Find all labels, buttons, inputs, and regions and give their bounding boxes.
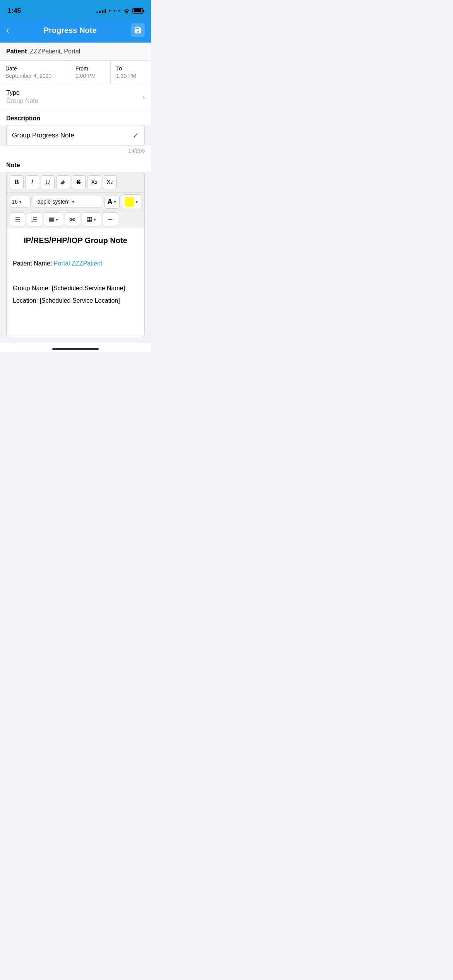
page-title: Progress Note — [9, 26, 131, 35]
date-row: Date September 4, 2020 From 1:00 PM To 1… — [0, 61, 151, 84]
toolbar-row-2: 16 ▼ -apple-system ▼ A ▼ ▼ — [7, 193, 144, 211]
editor-content[interactable]: IP/RES/PHP/IOP Group Note Patient Name: … — [7, 228, 144, 337]
patient-label: Patient — [6, 48, 27, 55]
status-time: 1:45 — [8, 7, 21, 15]
type-row[interactable]: Type Group Note › — [0, 84, 151, 110]
font-color-button[interactable]: A ▼ — [105, 195, 120, 209]
wifi-icon — [123, 8, 130, 14]
char-count: 19/255 — [0, 146, 151, 157]
date-field[interactable]: Date September 4, 2020 — [0, 61, 70, 84]
bold-button[interactable]: B — [10, 175, 24, 189]
to-label: To — [116, 65, 146, 72]
to-field[interactable]: To 1:30 PM — [111, 61, 151, 84]
font-size-value: 16 — [12, 199, 18, 205]
font-color-arrow-1: ▼ — [113, 200, 117, 204]
patient-name-line: Patient Name: Portal ZZZPatient — [13, 259, 138, 268]
toolbar-row-1: B I U S X2 X2 — [7, 172, 144, 193]
type-label: Type — [6, 89, 142, 96]
note-title: IP/RES/PHP/IOP Group Note — [13, 236, 138, 245]
ordered-list-button[interactable] — [27, 212, 42, 226]
font-family-select[interactable]: -apple-system ▼ — [33, 196, 102, 207]
status-icons: ‣ ‣ ‣ — [96, 8, 143, 14]
location-line: Location: [Scheduled Service Location] — [13, 296, 138, 305]
table-button[interactable]: ▼ — [82, 212, 101, 226]
group-name-label: Group Name: — [13, 285, 50, 291]
description-section-label: Description — [0, 110, 151, 125]
toolbar-row-3: ▼ ▼ — [7, 211, 144, 228]
home-indicator — [0, 343, 151, 352]
save-button[interactable] — [131, 23, 145, 37]
home-bar — [52, 348, 99, 350]
from-value: 1:00 PM — [76, 73, 105, 79]
font-family-arrow: ▼ — [71, 200, 75, 204]
eraser-button[interactable] — [56, 175, 70, 189]
patient-row: Patient ZZZPatient, Portal — [0, 43, 151, 61]
note-section-label: Note — [0, 157, 151, 172]
highlight-color-button[interactable]: ▼ — [122, 194, 141, 209]
group-name-line: Group Name: [Scheduled Service Name] — [13, 284, 138, 293]
back-button[interactable]: ‹ — [6, 25, 9, 36]
from-label: From — [76, 65, 105, 72]
wifi-icon: ‣ ‣ ‣ — [108, 8, 121, 14]
signal-icon — [96, 9, 106, 13]
checkmark-icon: ✓ — [132, 131, 139, 140]
patient-name: ZZZPatient, Portal — [30, 48, 80, 55]
nav-bar: ‹ Progress Note — [0, 19, 151, 43]
date-value: September 4, 2020 — [5, 73, 64, 79]
group-name-value: [Scheduled Service Name] — [52, 285, 125, 291]
description-text: Group Progress Note — [12, 132, 74, 139]
underline-button[interactable]: U — [41, 175, 55, 189]
type-value: Group Note — [6, 98, 142, 105]
font-size-arrow: ▼ — [19, 200, 22, 204]
superscript-button[interactable]: X2 — [87, 175, 101, 189]
description-box[interactable]: Group Progress Note ✓ — [6, 125, 145, 146]
patient-name-label: Patient Name: — [13, 260, 52, 267]
highlight-swatch — [125, 197, 134, 206]
italic-button[interactable]: I — [25, 175, 39, 189]
font-family-value: -apple-system — [36, 199, 70, 205]
location-value: [Scheduled Service Location] — [39, 297, 120, 304]
type-content: Type Group Note — [6, 89, 142, 105]
font-color-arrow-2: ▼ — [135, 200, 139, 204]
font-color-letter: A — [107, 198, 112, 206]
subscript-button[interactable]: X2 — [103, 175, 117, 189]
patient-name-value: Portal ZZZPatient — [54, 260, 102, 267]
location-label: Location: — [13, 297, 38, 304]
chevron-right-icon: › — [142, 93, 145, 101]
rich-text-editor[interactable]: B I U S X2 X2 16 ▼ -apple-system ▼ A ▼ ▼ — [6, 172, 145, 337]
font-size-select[interactable]: 16 ▼ — [10, 196, 31, 207]
from-field[interactable]: From 1:00 PM — [70, 61, 111, 84]
battery-icon — [132, 8, 143, 14]
horizontal-rule-button[interactable] — [103, 212, 118, 226]
status-bar: 1:45 ‣ ‣ ‣ — [0, 0, 151, 19]
align-button[interactable]: ▼ — [44, 212, 63, 226]
date-label: Date — [5, 65, 64, 72]
link-button[interactable] — [65, 212, 80, 226]
strikethrough-button[interactable]: S — [72, 175, 86, 189]
unordered-list-button[interactable] — [10, 212, 25, 226]
to-value: 1:30 PM — [116, 73, 146, 79]
